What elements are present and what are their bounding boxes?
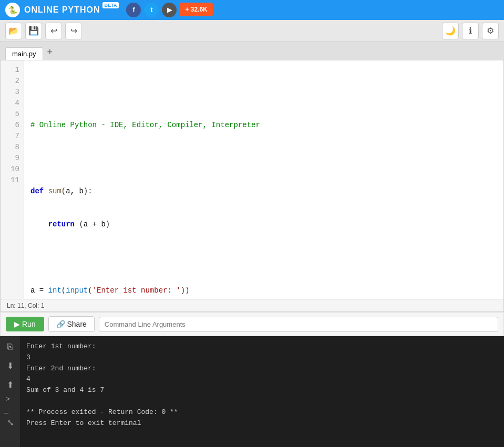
code-editor[interactable]: 1 2 3 4 5 6 7 8 9 10 11 # Online Python … <box>1 60 503 299</box>
terminal-copy-icon[interactable]: ⎘ <box>4 340 16 353</box>
status-bar: Ln: 11, Col: 1 <box>1 299 503 311</box>
toolbar-right: 🌙 ℹ ⚙ <box>442 23 499 39</box>
terminal-expand-icon[interactable]: ⤡ <box>4 416 16 429</box>
code-content[interactable]: # Online Python - IDE, Editor, Compiler,… <box>24 60 503 299</box>
open-button[interactable]: 📂 <box>5 23 22 39</box>
line-num-11: 11 <box>5 175 19 186</box>
star-count-button[interactable]: + 32.6K <box>180 3 212 16</box>
tab-main-py[interactable]: main.py <box>5 47 43 60</box>
run-bar: ▶ Run 🔗 Share <box>0 312 504 336</box>
share-button[interactable]: 🔗 Share <box>48 316 95 332</box>
run-button[interactable]: ▶ Run <box>6 317 44 331</box>
code-line-1 <box>30 87 497 98</box>
line-num-2: 2 <box>5 76 19 87</box>
terminal-download-icon[interactable]: ⬇ <box>4 359 16 372</box>
terminal-sidebar: ⎘ ⬇ ⬆ ＞_ ⤡ <box>0 336 20 447</box>
code-line-6 <box>30 252 497 263</box>
info-button[interactable]: ℹ <box>462 23 479 39</box>
line-num-1: 1 <box>5 65 19 76</box>
code-line-5: return (a + b) <box>30 219 497 230</box>
terminal-prompt-icon[interactable]: ＞_ <box>4 397 16 410</box>
tab-bar: main.py + <box>0 42 504 60</box>
line-num-4: 4 <box>5 98 19 109</box>
line-num-9: 9 <box>5 153 19 164</box>
line-num-7: 7 <box>5 131 19 142</box>
save-button[interactable]: 💾 <box>25 23 42 39</box>
dark-mode-button[interactable]: 🌙 <box>442 23 459 39</box>
undo-button[interactable]: ↩ <box>45 23 62 39</box>
editor-container: 1 2 3 4 5 6 7 8 9 10 11 # Online Python … <box>0 60 504 312</box>
line-num-5: 5 <box>5 109 19 120</box>
social-icons: f t ▶ + 32.6K <box>126 3 212 17</box>
twitter-button[interactable]: t <box>144 3 159 17</box>
settings-button[interactable]: ⚙ <box>482 23 499 39</box>
logo-icon: 🐍 <box>5 3 20 17</box>
header-bar: 🐍 ONLINE PYTHON BETA f t ▶ + 32.6K <box>0 0 504 20</box>
cursor-position: Ln: 11, Col: 1 <box>7 302 44 309</box>
command-line-args-input[interactable] <box>99 317 498 332</box>
line-num-3: 3 <box>5 87 19 98</box>
add-tab-button[interactable]: + <box>43 45 57 60</box>
line-numbers: 1 2 3 4 5 6 7 8 9 10 11 <box>1 60 24 299</box>
redo-button[interactable]: ↪ <box>65 23 82 39</box>
site-title: ONLINE PYTHON <box>24 5 100 15</box>
bottom-section: ⎘ ⬇ ⬆ ＞_ ⤡ Enter 1st number: 3 Enter 2nd… <box>0 336 504 447</box>
terminal: ⎘ ⬇ ⬆ ＞_ ⤡ Enter 1st number: 3 Enter 2nd… <box>0 336 504 447</box>
beta-badge: BETA <box>102 2 119 8</box>
toolbar: 📂 💾 ↩ ↪ 🌙 ℹ ⚙ <box>0 20 504 42</box>
code-line-7: a = int(input('Enter 1st number: ')) <box>30 285 497 296</box>
facebook-button[interactable]: f <box>126 3 141 17</box>
code-line-3 <box>30 153 497 164</box>
youtube-button[interactable]: ▶ <box>162 3 177 17</box>
line-num-6: 6 <box>5 120 19 131</box>
line-num-8: 8 <box>5 142 19 153</box>
terminal-output: Enter 1st number: 3 Enter 2nd number: 4 … <box>20 336 504 447</box>
line-num-10: 10 <box>5 164 19 175</box>
code-line-4: def sum(a, b): <box>30 186 497 197</box>
code-line-2: # Online Python - IDE, Editor, Compiler,… <box>30 120 497 131</box>
terminal-upload-icon[interactable]: ⬆ <box>4 378 16 391</box>
